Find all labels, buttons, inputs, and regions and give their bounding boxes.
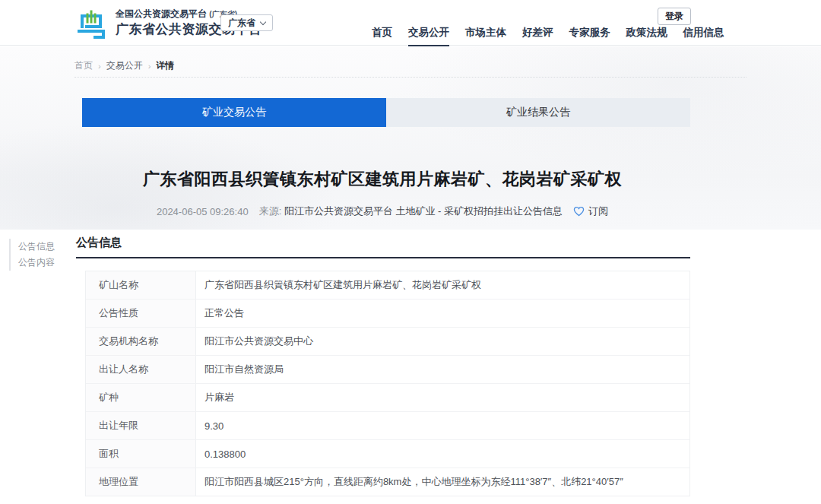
row-value: 广东省阳西县织篢镇东村矿区建筑用片麻岩矿、花岗岩矿采矿权 xyxy=(196,271,689,299)
banner: 首页 › 交易公开 › 详情 矿业交易公告 矿业结果公告 广东省阳西县织篢镇东村… xyxy=(0,46,821,230)
row-value: 9.30 xyxy=(196,412,689,439)
announcement-info-table: 矿山名称 广东省阳西县织篢镇东村矿区建筑用片麻岩矿、花岗岩矿采矿权 公告性质 正… xyxy=(85,271,690,496)
article-meta: 2024-06-05 09:26:40 来源: 阳江市公共资源交易平台 土地矿业… xyxy=(74,204,690,218)
nav-item-credit-info[interactable]: 信用信息 xyxy=(683,26,724,46)
breadcrumb-trade-public[interactable]: 交易公开 xyxy=(106,59,143,72)
row-value: 片麻岩 xyxy=(196,384,689,411)
source-value: 阳江市公共资源交易平台 土地矿业 - 采矿权招拍挂出让公告信息 xyxy=(284,205,563,217)
breadcrumb-home[interactable]: 首页 xyxy=(74,59,93,72)
tab-mining-result-announcement[interactable]: 矿业结果公告 xyxy=(386,98,690,127)
nav-item-rating[interactable]: 好差评 xyxy=(522,26,553,46)
page: 全国公共资源交易平台 (广东省) 广东省公共资源交易平台 广东省 登录 首页 交… xyxy=(0,0,821,504)
article-source: 来源: 阳江市公共资源交易平台 土地矿业 - 采矿权招拍挂出让公告信息 xyxy=(259,204,563,218)
platform-logo-icon xyxy=(74,7,108,39)
row-label: 公告性质 xyxy=(86,300,196,327)
row-value: 阳江市自然资源局 xyxy=(196,356,689,383)
source-label: 来源: xyxy=(259,205,282,217)
publish-datetime: 2024-06-05 09:26:40 xyxy=(157,206,249,217)
table-row: 出让人名称 阳江市自然资源局 xyxy=(86,356,689,384)
row-label: 地理位置 xyxy=(86,468,196,496)
section-title: 公告信息 xyxy=(76,236,122,249)
breadcrumb: 首页 › 交易公开 › 详情 xyxy=(74,59,174,72)
table-row: 面积 0.138800 xyxy=(86,440,689,468)
row-value: 正常公告 xyxy=(196,300,689,327)
nav-item-trade-public[interactable]: 交易公开 xyxy=(408,26,449,46)
row-label: 矿山名称 xyxy=(86,271,196,299)
subscribe-label: 订阅 xyxy=(588,204,608,218)
table-row: 矿种 片麻岩 xyxy=(86,384,689,412)
category-tabs: 矿业交易公告 矿业结果公告 xyxy=(82,98,690,127)
table-row: 矿山名称 广东省阳西县织篢镇东村矿区建筑用片麻岩矿、花岗岩矿采矿权 xyxy=(86,271,689,300)
row-label: 矿种 xyxy=(86,384,196,411)
breadcrumb-separator: › xyxy=(148,62,151,71)
table-row: 交易机构名称 阳江市公共资源交易中心 xyxy=(86,328,689,356)
breadcrumb-divider xyxy=(74,77,747,78)
nav-item-home[interactable]: 首页 xyxy=(372,26,392,46)
site-header: 全国公共资源交易平台 (广东省) 广东省公共资源交易平台 广东省 登录 首页 交… xyxy=(0,0,821,46)
row-value: 阳江市公共资源交易中心 xyxy=(196,328,689,355)
anchor-item-announcement-info[interactable]: 公告信息 xyxy=(18,239,55,255)
login-button[interactable]: 登录 xyxy=(658,8,691,25)
table-row: 地理位置 阳江市阳西县城区215°方向，直线距离约8km处，中心地理坐标为东经1… xyxy=(86,468,689,496)
content-area: 公告信息 公告内容 公告信息 矿山名称 广东省阳西县织篢镇东村矿区建筑用片麻岩矿… xyxy=(0,230,821,504)
breadcrumb-separator: › xyxy=(98,62,101,71)
region-selector[interactable]: 广东省 xyxy=(220,14,273,31)
anchor-item-announcement-content[interactable]: 公告内容 xyxy=(18,255,55,271)
row-value: 阳江市阳西县城区215°方向，直线距离约8km处，中心地理坐标为东经111°38… xyxy=(196,468,689,496)
subscribe-button[interactable]: 订阅 xyxy=(573,204,608,218)
main-column: 公告信息 矿山名称 广东省阳西县织篢镇东村矿区建筑用片麻岩矿、花岗岩矿采矿权 公… xyxy=(76,236,690,496)
row-label: 面积 xyxy=(86,440,196,468)
row-label: 交易机构名称 xyxy=(86,328,196,355)
table-row: 出让年限 9.30 xyxy=(86,412,689,440)
section-header: 公告信息 xyxy=(76,236,690,258)
tab-mining-trade-announcement[interactable]: 矿业交易公告 xyxy=(82,98,386,127)
heart-icon xyxy=(573,206,585,217)
nav-item-policies[interactable]: 政策法规 xyxy=(626,26,667,46)
chevron-down-icon xyxy=(260,18,266,24)
row-label: 出让年限 xyxy=(86,412,196,439)
anchor-nav: 公告信息 公告内容 xyxy=(9,239,55,271)
nav-item-market-entities[interactable]: 市场主体 xyxy=(465,26,506,46)
nav-item-expert-services[interactable]: 专家服务 xyxy=(569,26,610,46)
row-label: 出让人名称 xyxy=(86,356,196,383)
row-value: 0.138800 xyxy=(196,440,689,468)
region-selector-value: 广东省 xyxy=(228,17,255,30)
table-row: 公告性质 正常公告 xyxy=(86,300,689,328)
page-title: 广东省阳西县织篢镇东村矿区建筑用片麻岩矿、花岗岩矿采矿权 xyxy=(74,168,690,191)
main-nav: 首页 交易公开 市场主体 好差评 专家服务 政策法规 信用信息 xyxy=(372,26,724,46)
breadcrumb-detail: 详情 xyxy=(156,59,174,72)
